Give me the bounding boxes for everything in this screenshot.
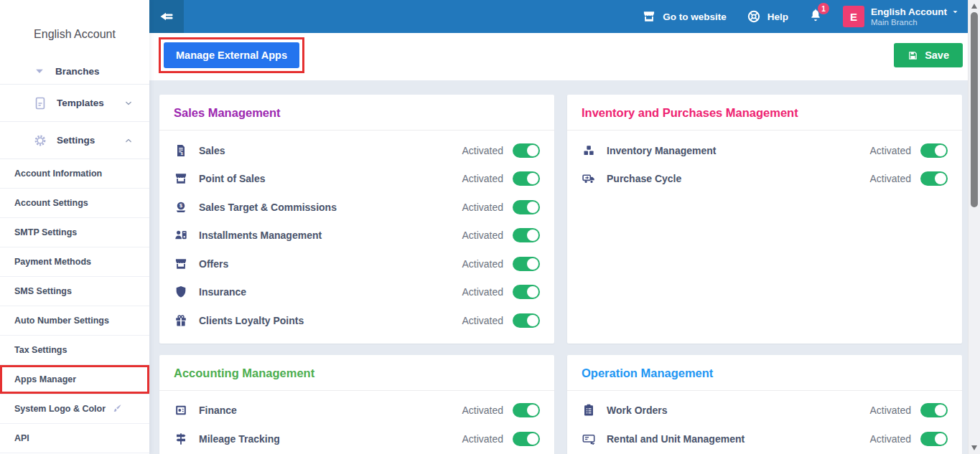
sidebar-item-account-settings[interactable]: Account Settings <box>0 189 149 218</box>
toggle-knob <box>527 286 538 298</box>
app-row-sales-target-commissions: $Sales Target & CommissionsActivated <box>159 193 554 222</box>
toggle-switch[interactable] <box>513 313 540 328</box>
app-row-finance: FinanceActivated <box>159 397 554 425</box>
signpost-icon <box>174 432 188 446</box>
store-icon <box>174 257 188 271</box>
sidebar-item-branches[interactable]: Branches <box>0 65 149 85</box>
truck-icon <box>582 171 596 186</box>
card-title: Accounting Management <box>174 366 540 380</box>
sidebar-item-tax-settings[interactable]: Tax Settings <box>0 336 149 365</box>
sidebar-item-label: Branches <box>55 66 100 77</box>
sidebar-item-templates[interactable]: Templates <box>0 85 149 122</box>
toggle-switch[interactable] <box>920 403 948 417</box>
floppy-disk-icon <box>907 50 918 61</box>
app-name: Sales Target & Commissions <box>199 202 337 213</box>
card-sales-management: Sales Management$SalesActivatedPoint of … <box>159 95 554 344</box>
card-title: Sales Management <box>174 106 540 120</box>
sidebar-item-label: Templates <box>57 98 104 108</box>
status-label: Activated <box>462 173 503 184</box>
status-label: Activated <box>462 433 503 445</box>
toggle-knob <box>935 405 946 416</box>
sidebar-collapse-button[interactable] <box>149 0 184 33</box>
go-to-website-link[interactable]: Go to website <box>642 9 727 24</box>
toggle-switch[interactable] <box>920 171 948 186</box>
app-row-rental-and-unit-management: Rental and Unit ManagementActivated <box>567 425 962 453</box>
caret-down-icon <box>33 65 46 77</box>
status-label: Activated <box>462 145 503 156</box>
sidebar-item-api[interactable]: API <box>0 424 149 453</box>
status-label: Activated <box>462 315 503 326</box>
coin-hand-icon: $ <box>174 200 188 214</box>
sidebar-subitem-label: Payment Methods <box>14 257 91 267</box>
scroll-down-arrow[interactable] <box>971 445 977 450</box>
svg-text:$: $ <box>179 203 182 209</box>
sidebar-subitem-label: Account Settings <box>14 198 88 208</box>
sidebar-item-account-information[interactable]: Account Information <box>0 159 149 189</box>
toggle-switch[interactable] <box>513 403 540 417</box>
document-icon <box>33 96 47 110</box>
toggle-knob <box>935 145 946 156</box>
toggle-switch[interactable] <box>513 228 540 242</box>
app-name: Inventory Management <box>607 145 716 156</box>
status-label: Activated <box>462 202 503 213</box>
app-row-inventory-management: Inventory ManagementActivated <box>567 136 962 165</box>
app-name: Point of Sales <box>199 173 266 184</box>
app-name: Offers <box>199 258 228 270</box>
highlight-manage-external-apps: Manage External Apps <box>159 37 304 73</box>
sidebar-item-payment-methods[interactable]: Payment Methods <box>0 247 149 277</box>
storefront-icon <box>642 9 656 24</box>
app-name: Insurance <box>199 286 246 298</box>
app-name: Rental and Unit Management <box>607 433 745 445</box>
user-doc-icon <box>174 228 188 242</box>
sidebar-subitem-label: SMS Settings <box>14 286 72 296</box>
scrollbar-thumb[interactable] <box>971 12 978 207</box>
sidebar-item-label: Settings <box>57 135 95 146</box>
toggle-switch[interactable] <box>513 143 540 158</box>
toggle-knob <box>527 258 538 270</box>
sidebar-item-settings[interactable]: Settings <box>0 122 149 159</box>
app-name: Purchase Cycle <box>607 173 681 184</box>
scroll-up-arrow[interactable] <box>971 4 977 9</box>
sidebar-subitem-label: Auto Number Settings <box>14 316 109 326</box>
shield-icon <box>174 285 188 299</box>
toggle-knob <box>935 433 946 445</box>
app-row-insurance: InsuranceActivated <box>159 278 554 307</box>
vertical-scrollbar[interactable] <box>968 0 980 454</box>
main-content: Sales Management$SalesActivatedPoint of … <box>149 80 968 454</box>
branch-name: Main Branch <box>871 18 959 27</box>
account-menu[interactable]: E English Account Main Branch <box>843 6 959 27</box>
sidebar-subitem-label: API <box>14 433 29 443</box>
save-button[interactable]: Save <box>894 43 963 67</box>
store-icon <box>174 171 188 186</box>
manage-external-apps-button[interactable]: Manage External Apps <box>164 42 299 68</box>
toggle-switch[interactable] <box>513 171 540 186</box>
toggle-switch[interactable] <box>513 432 540 446</box>
sidebar-item-sms-settings[interactable]: SMS Settings <box>0 277 149 306</box>
clipboard-icon <box>582 403 596 417</box>
sidebar-item-smtp-settings[interactable]: SMTP Settings <box>0 218 149 247</box>
notifications-button[interactable]: 1 <box>808 8 823 25</box>
sidebar-account-name: English Account <box>0 0 149 65</box>
chevron-down-icon <box>123 98 134 108</box>
app-name: Work Orders <box>607 405 668 416</box>
sidebar-subitem-label: Account Information <box>14 169 102 179</box>
sidebar-item-apps-manager[interactable]: Apps Manager <box>0 365 149 394</box>
status-label: Activated <box>462 258 503 270</box>
app-row-installments-management: Installments ManagementActivated <box>159 222 554 250</box>
sidebar-subitem-label: System Logo & Color <box>14 404 106 414</box>
app-row-offers: OffersActivated <box>159 250 554 278</box>
toggle-switch[interactable] <box>920 143 948 158</box>
app-name: Finance <box>199 405 237 416</box>
toggle-switch[interactable] <box>513 257 540 271</box>
sidebar-subitem-label: Apps Manager <box>14 374 76 384</box>
card-accounting-management: Accounting ManagementFinanceActivatedMil… <box>159 355 554 454</box>
sidebar-item-system-logo-color[interactable]: System Logo & Color <box>0 394 149 424</box>
card-operation-management: Operation ManagementWork OrdersActivated… <box>567 355 962 454</box>
toggle-switch[interactable] <box>513 200 540 214</box>
toggle-switch[interactable] <box>513 285 540 299</box>
status-label: Activated <box>869 145 911 156</box>
sidebar-item-auto-number-settings[interactable]: Auto Number Settings <box>0 306 149 336</box>
help-link[interactable]: Help <box>747 9 788 24</box>
toggle-switch[interactable] <box>920 432 948 446</box>
toggle-knob <box>527 230 538 241</box>
